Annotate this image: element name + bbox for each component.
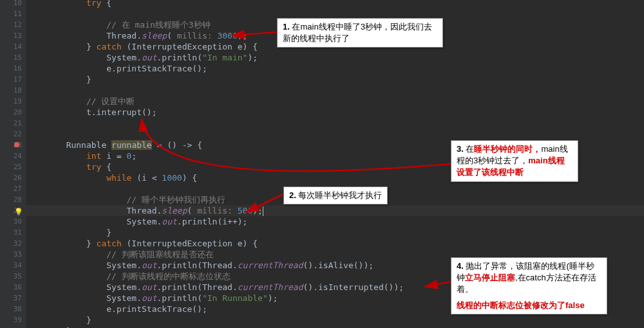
line-number: 17 xyxy=(14,74,22,85)
line-number: 18 xyxy=(14,85,22,96)
line-number: 25 xyxy=(14,161,22,172)
callout-3: 3. 在睡半秒钟的同时，main线程的3秒钟过去了，main线程设置了该线程中断 xyxy=(451,140,578,182)
code-line: 💡Thread.sleep( millis: 500); xyxy=(26,205,644,216)
callout-2-prefix: 2. xyxy=(289,190,298,200)
code-line xyxy=(26,129,644,140)
callout-3-prefix: 3. xyxy=(457,144,466,154)
text-cursor xyxy=(263,206,263,216)
line-number: 32 xyxy=(14,238,22,249)
line-number: 13 xyxy=(14,30,22,41)
line-number: 34 xyxy=(14,260,22,271)
line-number: 33 xyxy=(14,249,22,260)
code-line xyxy=(26,118,644,129)
line-number: 16 xyxy=(14,63,22,74)
callout-2: 2. 每次睡半秒钟我才执行 xyxy=(283,187,388,205)
code-line: System.out.println(i++); xyxy=(26,216,644,227)
line-number: 26 xyxy=(14,172,22,183)
line-number: 19 xyxy=(14,96,22,107)
line-number: 12 xyxy=(14,19,22,30)
line-number: 35 xyxy=(14,271,22,282)
code-line: System.out.println("In main"); xyxy=(26,52,644,63)
line-number: 28 xyxy=(14,194,22,205)
line-number: 15 xyxy=(14,52,22,63)
callout-4: 4. 抛出了异常，该阻塞的线程(睡半秒钟立马停止阻塞,在catch方法还在存活着… xyxy=(451,257,607,314)
code-line: } catch (InterruptedException e) { xyxy=(26,238,644,249)
line-number: 30 xyxy=(14,216,22,227)
line-number: 14 xyxy=(14,41,22,52)
line-number: 11 xyxy=(14,8,22,19)
line-number: 10 xyxy=(14,0,22,8)
breakpoint-icon[interactable] xyxy=(14,142,19,147)
code-line: t.interrupt(); xyxy=(26,107,644,118)
line-number: 39 xyxy=(14,314,22,325)
line-number: 36 xyxy=(14,282,22,293)
code-line: } xyxy=(26,74,644,85)
code-line xyxy=(26,85,644,96)
line-number: 27 xyxy=(14,183,22,194)
line-number: 21 xyxy=(14,118,22,129)
line-number: 20 xyxy=(14,107,22,118)
code-line: e.printStackTrace(); xyxy=(26,63,644,74)
code-line: // 设置中断 xyxy=(26,96,644,107)
callout-4-line1: 4. 抛出了异常，该阻塞的线程(睡半秒钟立马停止阻塞,在catch方法还在存活着… xyxy=(457,260,601,296)
code-editor[interactable]: 1011121314151617181920212223242526272829… xyxy=(0,0,644,328)
line-number: 40 xyxy=(14,325,22,328)
callout-2-text: 每次睡半秒钟我才执行 xyxy=(298,190,382,200)
callout-1-text: 在main线程中睡了3秒钟，因此我们去新的线程中执行了 xyxy=(283,22,432,43)
callout-1-prefix: 1. xyxy=(283,22,292,32)
code-line: } xyxy=(26,227,644,238)
callout-4-line2: 线程的中断标志位被修改为了false xyxy=(457,300,601,311)
code-line: } xyxy=(26,314,644,325)
code-line: try { xyxy=(26,0,644,8)
line-number: 22 xyxy=(14,129,22,140)
gutter: 1011121314151617181920212223242526272829… xyxy=(0,0,26,328)
line-number: 24 xyxy=(14,150,22,161)
line-number: 31 xyxy=(14,227,22,238)
code-line: }; xyxy=(26,325,644,328)
lightbulb-icon[interactable]: 💡 xyxy=(14,206,23,217)
callout-1: 1. 在main线程中睡了3秒钟，因此我们去新的线程中执行了 xyxy=(277,18,443,48)
line-number: 38 xyxy=(14,304,22,314)
line-number: 37 xyxy=(14,293,22,304)
